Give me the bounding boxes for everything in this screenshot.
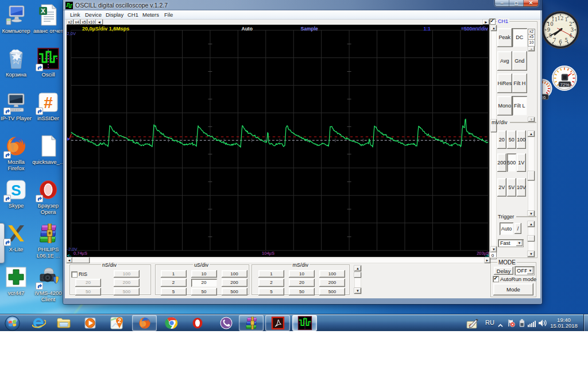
tray-clock[interactable]: 19:4015.01.2018 bbox=[550, 317, 578, 329]
probe-scroll-down-button[interactable]: ▼ bbox=[528, 117, 535, 122]
mvdiv-10v-button[interactable]: 10V bbox=[517, 178, 526, 197]
desktop-icon-opera[interactable]: Браузер Opera bbox=[32, 178, 64, 215]
minimize-button[interactable]: – bbox=[495, 0, 509, 6]
mvdiv-scroll-up-button[interactable]: ▲ bbox=[528, 131, 535, 137]
menu-display[interactable]: Display bbox=[106, 11, 123, 18]
timebase-mS-500-button[interactable]: 500 bbox=[319, 288, 345, 296]
desktop-icon-skype[interactable]: SSkype bbox=[0, 178, 32, 209]
mvdiv-2v-button[interactable]: 2V bbox=[497, 178, 506, 197]
mvdiv-100-button[interactable]: 100 bbox=[517, 130, 526, 149]
timebase-mS-2-button[interactable]: 2 bbox=[258, 279, 284, 287]
timebase-uS-100-button[interactable]: 100 bbox=[222, 270, 247, 278]
menu-ch1[interactable]: CH1 bbox=[127, 11, 138, 18]
probe-attenuation-list[interactable]: x2x510 bbox=[528, 29, 535, 46]
timebase-spin-up-button[interactable]: ▲ bbox=[354, 266, 361, 271]
menu-device[interactable]: Device bbox=[85, 11, 102, 18]
acq-gnd-button[interactable]: Gnd bbox=[512, 51, 527, 71]
timebase-uS-20-button[interactable]: 20 bbox=[191, 279, 217, 287]
probe-option-x5[interactable]: x5 bbox=[528, 34, 535, 40]
show-desktop-button[interactable] bbox=[583, 314, 588, 331]
toolbar-scroll-left-button[interactable]: ◄ bbox=[96, 20, 103, 25]
desktop-icon-document[interactable]: quicksave_... bbox=[32, 135, 64, 166]
autorun-checkbox[interactable]: ✓ bbox=[493, 276, 498, 282]
toolbar-zoom-x5-button[interactable]: x5 bbox=[81, 20, 88, 25]
menu-meters[interactable]: Meters bbox=[142, 11, 159, 18]
timebase-uS-5-button[interactable]: 5 bbox=[161, 288, 187, 296]
mode-delay-dropdown-icon[interactable]: ▼ bbox=[527, 267, 533, 274]
trigger-slope-button[interactable]: / bbox=[514, 223, 521, 234]
menu-file[interactable]: File bbox=[164, 11, 173, 18]
mvdiv-500-button[interactable]: 500 bbox=[507, 153, 516, 172]
scope-display[interactable]: 20,0µS/div 1,6MspsAutoSample1:1=500mV/di… bbox=[67, 25, 490, 257]
mvdiv-200-button[interactable]: 200 bbox=[497, 153, 506, 172]
ch1-checkbox[interactable]: ✓ bbox=[490, 19, 495, 24]
mode-mode-button[interactable]: Mode bbox=[493, 283, 533, 295]
timebase-mS-100-button[interactable]: 100 bbox=[319, 270, 345, 278]
probe-scroll-up-button[interactable]: ▲ bbox=[528, 47, 535, 51]
timebase-mS-200-button[interactable]: 200 bbox=[319, 279, 345, 287]
scope-hscroll-left-button[interactable]: ◄ bbox=[67, 258, 72, 263]
titlebar[interactable]: OSCILL digital oscilloscope v.1.2.7 – ▢ … bbox=[63, 0, 542, 10]
mvdiv-1v-button[interactable]: 1V bbox=[517, 153, 526, 172]
maximize-button[interactable]: ▢ bbox=[509, 0, 524, 6]
timebase-mS-20-button[interactable]: 20 bbox=[289, 279, 315, 287]
timebase-spin-down-button[interactable]: ▼ bbox=[354, 288, 361, 294]
volume-icon[interactable] bbox=[538, 319, 547, 329]
probe-option-10[interactable]: 10 bbox=[528, 40, 535, 45]
toolbar-zoom-x10-button[interactable]: x10 bbox=[88, 20, 96, 25]
probe-option-x2[interactable]: x2 bbox=[528, 29, 535, 34]
scope-hscroll-thumb[interactable] bbox=[72, 258, 90, 263]
desktop[interactable]: КомпьютерXаванс отчетКорзинаOscillIP-TV … bbox=[0, 0, 588, 331]
acq-peak-button[interactable]: Peak bbox=[497, 28, 512, 48]
action-center-flag-icon[interactable] bbox=[507, 319, 515, 329]
clock-gadget[interactable]: 123456789101112 bbox=[541, 10, 580, 49]
mode-delay-select[interactable]: OFF▼ bbox=[515, 267, 534, 275]
close-button[interactable]: ✕ bbox=[524, 0, 538, 6]
timebase-nS-20-button[interactable]: 20 bbox=[75, 279, 101, 287]
acq-filt-h-button[interactable]: Filt H bbox=[512, 74, 527, 93]
desktop-icon-iptv[interactable]: IP-TV Player bbox=[0, 91, 32, 122]
timebase-nS-50-button[interactable]: 50 bbox=[75, 288, 101, 296]
trigger-auto-button[interactable]: Auto bbox=[500, 222, 513, 235]
tray-language[interactable]: RU bbox=[485, 319, 494, 326]
desktop-icon-xlite[interactable]: X-Lite bbox=[0, 222, 32, 253]
acq-filt-l-button[interactable]: Filt L bbox=[512, 96, 527, 116]
trigger-scroll-thumb[interactable] bbox=[528, 236, 535, 241]
acq-avg-button[interactable]: Avg bbox=[497, 51, 512, 71]
timebase-mS-5-button[interactable]: 5 bbox=[258, 288, 284, 296]
menu-link[interactable]: Link bbox=[70, 11, 80, 18]
desktop-icon-excel-doc[interactable]: Xаванс отчет bbox=[32, 3, 64, 34]
hidden-icons-arrow-icon[interactable] bbox=[497, 320, 504, 331]
timebase-mS-50-button[interactable]: 50 bbox=[289, 288, 315, 296]
acq-dc-button[interactable]: DC bbox=[512, 28, 527, 48]
desktop-icon-inssider[interactable]: #inSSIDer bbox=[32, 91, 64, 122]
toolbar-zoom-x4-button[interactable]: x4 bbox=[74, 20, 81, 25]
timebase-nS-100-button[interactable]: 100 bbox=[114, 270, 140, 278]
timebase-uS-1-button[interactable]: 1 bbox=[161, 270, 187, 278]
trigger-scroll-up-button[interactable]: ▲ bbox=[528, 221, 535, 227]
toolbar-scroll-right-button[interactable]: ► bbox=[483, 20, 489, 25]
timebase-mS-10-button[interactable]: 10 bbox=[289, 270, 315, 278]
acq-hires-button[interactable]: HiRes bbox=[497, 74, 512, 93]
ris-checkbox[interactable] bbox=[72, 272, 77, 277]
battery-icon[interactable] bbox=[519, 319, 525, 329]
tablet-pen-icon[interactable] bbox=[466, 318, 479, 331]
timebase-uS-500-button[interactable]: 500 bbox=[222, 288, 247, 296]
trigger-speed-select[interactable]: Fast▼ bbox=[498, 240, 523, 247]
timebase-uS-200-button[interactable]: 200 bbox=[222, 279, 247, 287]
timebase-uS-50-button[interactable]: 50 bbox=[191, 288, 217, 296]
timebase-mS-1-button[interactable]: 1 bbox=[258, 270, 284, 278]
timebase-uS-10-button[interactable]: 10 bbox=[191, 270, 217, 278]
desktop-icon-winrar[interactable]: PHILIPS L06.1E ... bbox=[32, 222, 64, 259]
desktop-icon-vcr[interactable]: vcr447 bbox=[0, 266, 32, 297]
timebase-uS-2-button[interactable]: 2 bbox=[161, 279, 187, 287]
network-signal-icon[interactable] bbox=[528, 319, 536, 329]
trigger-speed-dropdown-icon[interactable]: ▼ bbox=[516, 240, 523, 247]
scope-hscroll-track[interactable] bbox=[72, 258, 485, 263]
trigger-scroll-down-button[interactable]: ▼ bbox=[528, 251, 535, 257]
desktop-icon-ivms[interactable]: iVMS-4200 Client bbox=[32, 266, 64, 302]
mvdiv-scroll-thumb[interactable] bbox=[528, 171, 535, 180]
toolbar-zoom-x2-button[interactable]: x2 bbox=[67, 20, 74, 25]
timebase-nS-200-button[interactable]: 200 bbox=[114, 279, 140, 287]
mvdiv-5v-button[interactable]: 5V bbox=[507, 178, 516, 197]
